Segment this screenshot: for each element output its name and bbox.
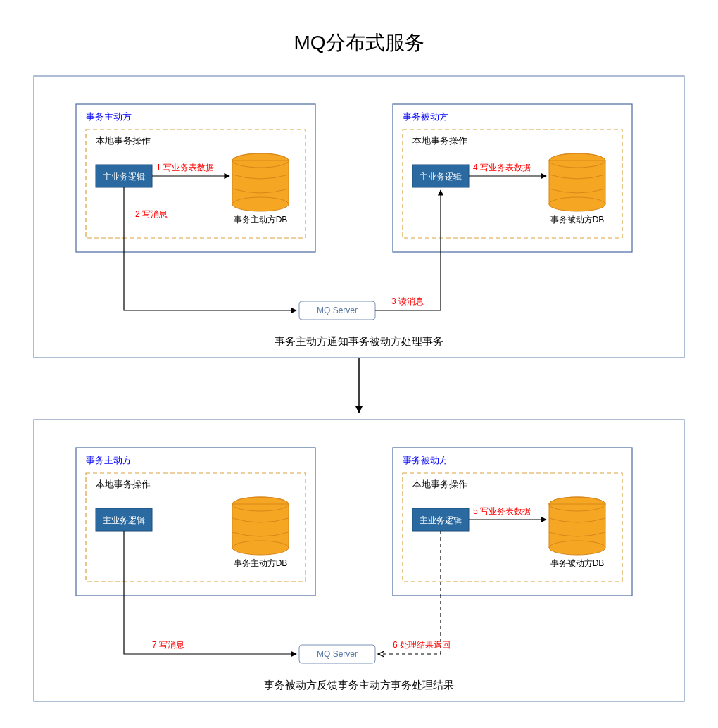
- top-active-db-label: 事务主动方DB: [234, 215, 288, 225]
- top-active-group: 事务主动方 本地事务操作 主业务逻辑 事务主动方DB 1 写业务表数据 2 写消…: [76, 104, 315, 252]
- bottom-mq-label: MQ Server: [317, 649, 358, 659]
- top-passive-logic-label: 主业务逻辑: [420, 172, 462, 182]
- bottom-active-logic-label: 主业务逻辑: [103, 515, 145, 525]
- bottom-passive-local-label: 本地事务操作: [412, 479, 467, 489]
- bottom-active-title: 事务主动方: [86, 455, 132, 465]
- svg-point-24: [549, 541, 605, 555]
- bottom-section: 事务主动方 本地事务操作 主业务逻辑 事务主动方DB 事务被动方 本地事务操作 …: [34, 420, 684, 701]
- arrow-step6: [378, 531, 441, 654]
- step7-label: 7 写消息: [152, 640, 184, 650]
- top-caption: 事务主动方通知事务被动方处理事务: [275, 335, 443, 347]
- bottom-passive-group: 事务被动方 本地事务操作 主业务逻辑 事务被动方DB 5 写业务表数据: [393, 448, 632, 596]
- top-active-title: 事务主动方: [86, 111, 132, 122]
- bottom-active-local-label: 本地事务操作: [96, 479, 151, 489]
- step2-label: 2 写消息: [135, 209, 168, 219]
- top-active-db-icon: [232, 153, 289, 211]
- top-active-local-label: 本地事务操作: [96, 135, 151, 146]
- bottom-caption: 事务被动方反馈事务主动方事务处理结果: [264, 679, 454, 691]
- bottom-passive-title: 事务被动方: [403, 455, 448, 465]
- bottom-passive-db-label: 事务被动方DB: [550, 558, 605, 568]
- svg-point-5: [232, 197, 289, 211]
- top-mq-label: MQ Server: [317, 306, 358, 315]
- top-passive-group: 事务被动方 本地事务操作 主业务逻辑 事务被动方DB 4 写业务表数据: [393, 104, 632, 252]
- step4-label: 4 写业务表数据: [473, 163, 531, 172]
- top-passive-db-label: 事务被动方DB: [550, 215, 605, 225]
- svg-point-11: [549, 197, 605, 211]
- step1-label: 1 写业务表数据: [156, 163, 214, 172]
- top-active-logic-label: 主业务逻辑: [103, 172, 145, 182]
- arrow-step3: [375, 190, 441, 310]
- bottom-passive-logic-label: 主业务逻辑: [420, 515, 462, 525]
- step5-label: 5 写业务表数据: [473, 506, 531, 516]
- diagram-title: MQ分布式服务: [294, 32, 424, 54]
- top-passive-db-icon: [549, 153, 605, 211]
- step6-label: 6 处理结果返回: [393, 640, 451, 650]
- svg-point-18: [232, 541, 289, 555]
- top-section: 事务主动方 本地事务操作 主业务逻辑 事务主动方DB 1 写业务表数据 2 写消…: [34, 76, 684, 358]
- bottom-active-db-label: 事务主动方DB: [234, 558, 288, 568]
- step3-label: 3 读消息: [391, 296, 424, 306]
- bottom-passive-db-icon: [549, 497, 605, 555]
- top-passive-title: 事务被动方: [403, 111, 448, 122]
- bottom-active-group: 事务主动方 本地事务操作 主业务逻辑 事务主动方DB: [76, 448, 315, 596]
- bottom-active-db-icon: [232, 497, 289, 555]
- top-passive-local-label: 本地事务操作: [412, 135, 467, 146]
